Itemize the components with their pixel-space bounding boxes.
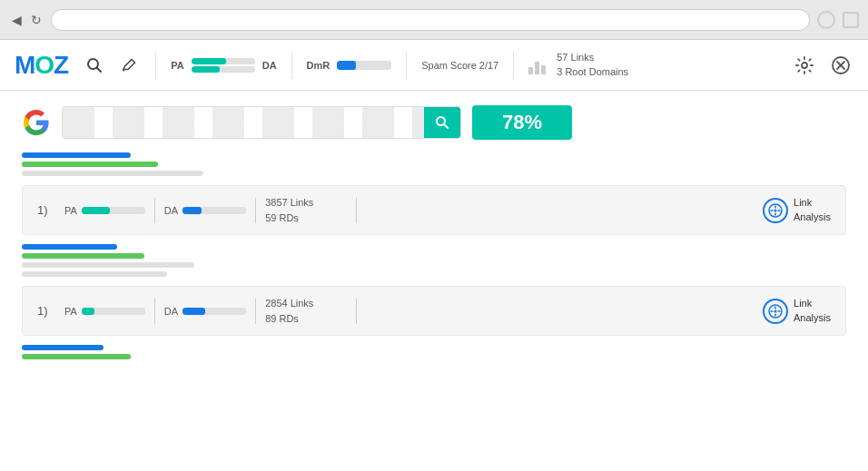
ghost-line-3 — [22, 271, 167, 277]
search-btn-icon — [435, 115, 449, 130]
pa-bar-bg — [192, 58, 255, 64]
svg-point-20 — [774, 309, 777, 312]
result-row-1: 1) PA DA 3857 Links 59 RDs — [22, 185, 846, 235]
svg-line-8 — [444, 124, 448, 128]
result-1-divider-3 — [356, 198, 357, 223]
back-button[interactable]: ◀ — [9, 13, 24, 27]
green-line-2 — [22, 253, 144, 259]
svg-line-1 — [97, 67, 102, 72]
spam-score: Spam Score 2/17 — [421, 60, 498, 71]
search-icon — [86, 57, 103, 74]
da-bar-2-fill — [182, 308, 205, 315]
compass-icon-2 — [763, 299, 788, 324]
compass-icon-1 — [763, 198, 788, 223]
moz-toolbar: MOZ PA DA Dm — [0, 40, 868, 91]
search-button[interactable] — [424, 106, 460, 139]
browser-square-btn — [843, 12, 859, 28]
pa-label: PA — [171, 60, 183, 71]
browser-circle-btn — [817, 11, 835, 29]
blue-line-3 — [22, 345, 104, 350]
da-label-2: DA — [164, 306, 178, 317]
main-content: 78% 1) PA DA 3857 Links 59 RDs — [0, 91, 868, 471]
da-bar-1-fill — [182, 207, 202, 214]
dmr-label: DmR — [307, 60, 330, 71]
result-1-pa: PA — [64, 205, 145, 216]
result-2-divider-2 — [255, 299, 256, 324]
dmr-bar-fill — [337, 61, 356, 70]
browser-controls: ◀ ↻ — [9, 13, 44, 27]
search-row: 78% — [22, 105, 846, 140]
result-2-pa: PA — [64, 306, 145, 317]
links-count: 57 Links — [557, 51, 628, 64]
pa-bar-1-bg — [82, 207, 145, 214]
pa-da-group: PA DA — [171, 58, 276, 73]
pa-bar-container — [192, 58, 255, 73]
svg-point-14 — [774, 209, 777, 211]
blue-line-2 — [22, 244, 117, 250]
toolbar-edit-button[interactable] — [117, 54, 141, 77]
result-2-analysis: Link Analysis — [763, 297, 831, 325]
divider-3 — [406, 52, 407, 79]
da-bar-1-bg — [182, 207, 246, 214]
result-2-divider-3 — [356, 299, 357, 324]
da-label: DA — [262, 60, 277, 71]
result-2-num: 1) — [37, 304, 55, 318]
pa-label-1: PA — [64, 205, 77, 216]
divider-2 — [291, 52, 292, 79]
svg-point-3 — [802, 63, 807, 68]
pa-label-2: PA — [64, 306, 77, 317]
browser-chrome: ◀ ↻ — [0, 0, 868, 40]
pa-bar-2-fill — [82, 308, 94, 315]
result-1-analysis: Link Analysis — [763, 196, 831, 224]
compass-svg-1 — [768, 203, 783, 218]
result-1-links: 3857 Links 59 RDs — [265, 195, 347, 225]
pa-bar-fill — [192, 58, 227, 64]
moz-logo: MOZ — [15, 51, 68, 80]
search-input-wrapper — [62, 106, 461, 139]
links-domains-info: 57 Links 3 Root Domains — [557, 51, 628, 79]
blue-line-1 — [22, 152, 131, 158]
ghost-line-2 — [22, 262, 194, 268]
pa-bar-2-bg — [82, 308, 145, 315]
result-1-da: DA — [164, 205, 246, 216]
ghost-line-1 — [22, 171, 203, 176]
result-1-num: 1) — [37, 203, 55, 217]
after-lines-1 — [22, 244, 846, 277]
toolbar-search-button[interactable] — [83, 54, 106, 77]
divider-4 — [513, 52, 514, 79]
link-analysis-text-2: Link Analysis — [794, 297, 831, 325]
result-1-divider-2 — [255, 198, 256, 223]
close-icon — [832, 56, 850, 74]
percent-badge: 78% — [472, 105, 572, 140]
result-2-da: DA — [164, 306, 246, 317]
compass-svg-2 — [768, 304, 783, 319]
link-analysis-text-1: Link Analysis — [794, 196, 831, 224]
result-row-2: 1) PA DA 2854 Links 89 RDs — [22, 286, 846, 336]
dmr-bar-bg — [337, 61, 391, 70]
settings-button[interactable] — [792, 53, 817, 78]
green-line-1 — [22, 162, 158, 167]
result-1-divider-1 — [154, 198, 155, 223]
gear-icon — [795, 56, 814, 74]
search-input-bg — [63, 107, 424, 138]
url-bar[interactable] — [51, 9, 810, 31]
close-button[interactable] — [828, 53, 853, 78]
google-logo — [22, 108, 51, 137]
green-line-3 — [22, 354, 131, 359]
root-domains: 3 Root Domains — [557, 65, 628, 79]
result-2-links: 2854 Links 89 RDs — [265, 296, 347, 326]
divider-1 — [155, 52, 156, 79]
pa-bar-1-fill — [82, 207, 111, 214]
dmr-group: DmR — [307, 60, 392, 71]
after-lines-2 — [22, 345, 846, 359]
refresh-button[interactable]: ↻ — [29, 13, 44, 27]
da-bar-fill — [192, 66, 221, 73]
da-label-1: DA — [164, 205, 178, 216]
bar-chart-icon — [528, 56, 546, 74]
content-lines-1 — [22, 152, 846, 176]
da-bar-bg — [192, 66, 255, 73]
da-bar-2-bg — [182, 308, 246, 315]
result-2-divider-1 — [154, 299, 155, 324]
edit-icon — [121, 57, 137, 74]
